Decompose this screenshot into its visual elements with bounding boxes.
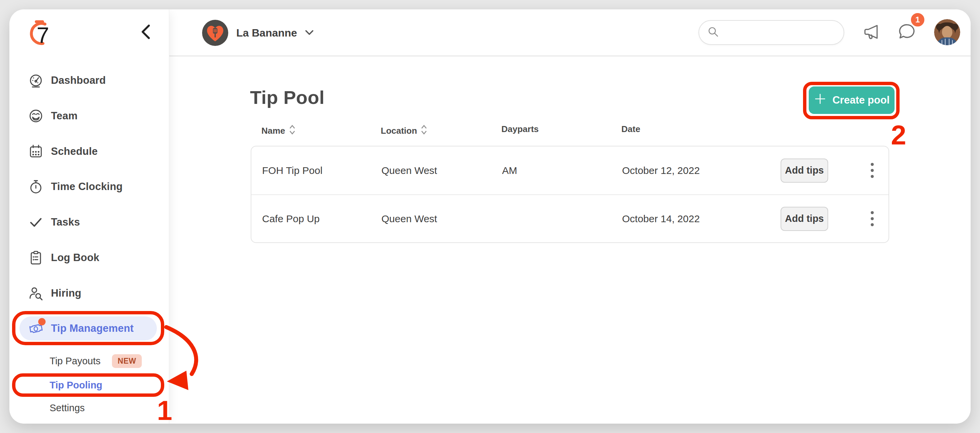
table-row: Cafe Pop Up Queen West October 14, 2022 …: [251, 194, 888, 242]
sidebar-item-tip-management[interactable]: Tip Management: [19, 316, 157, 341]
chevron-down-icon: [305, 30, 314, 37]
checkmark-icon: [28, 215, 44, 230]
sidebar-item-settings[interactable]: Settings: [10, 398, 169, 418]
cell-location: Queen West: [382, 213, 437, 224]
sidebar-subitem-label: Settings: [49, 403, 85, 414]
logo-numeral: 7: [37, 22, 49, 48]
sort-icon: [420, 124, 428, 138]
hiring-person-search-icon: [28, 285, 44, 301]
sidebar-item-team[interactable]: Team: [10, 104, 169, 128]
announcements-button[interactable]: [861, 21, 883, 43]
sidebar-subitem-label: Tip Payouts: [49, 356, 100, 367]
create-pool-label: Create pool: [832, 94, 890, 106]
table-header-row: Name Location Dayparts Date: [251, 124, 889, 141]
sidebar-item-label: Dashboard: [51, 75, 106, 86]
team-smiley-icon: [28, 108, 44, 124]
sidebar-header: 7: [10, 10, 169, 60]
column-label: Location: [381, 126, 417, 136]
clipboard-icon: [28, 250, 44, 266]
search-input[interactable]: [725, 22, 846, 43]
sidebar-subitem-label: Tip Pooling: [49, 380, 102, 391]
main-content: Tip Pool Create pool Name Location Da: [169, 57, 970, 423]
sidebar-item-label: Schedule: [51, 145, 97, 158]
dashboard-icon: [28, 73, 44, 88]
create-pool-button[interactable]: Create pool: [809, 86, 894, 114]
cell-name: Cafe Pop Up: [262, 213, 320, 224]
sidebar-item-time-clocking[interactable]: Time Clocking: [10, 175, 169, 199]
company-switcher[interactable]: La Bananne: [202, 18, 314, 48]
column-label: Dayparts: [501, 124, 539, 134]
money-bill-icon: [28, 321, 44, 336]
sidebar-item-label: Hiring: [51, 287, 81, 299]
row-menu-kebab-button[interactable]: [862, 205, 882, 232]
column-header-date: Date: [621, 124, 640, 134]
company-avatar: [202, 20, 228, 46]
sidebar-item-tip-pooling[interactable]: Tip Pooling: [10, 375, 169, 395]
add-tips-button[interactable]: Add tips: [781, 207, 828, 231]
sidebar-item-label: Log Book: [51, 252, 100, 264]
column-header-dayparts: Dayparts: [501, 124, 539, 134]
user-avatar[interactable]: [934, 19, 960, 45]
new-badge: NEW: [112, 354, 142, 368]
column-header-name[interactable]: Name: [261, 124, 296, 138]
sidebar-collapse-button[interactable]: [137, 24, 154, 41]
sidebar-item-tip-payouts[interactable]: Tip Payouts NEW: [10, 350, 169, 371]
chat-notification-badge: 1: [910, 12, 925, 27]
app-window: 7 Dashboard Team: [10, 10, 970, 423]
sevenshifts-logo: 7: [24, 18, 56, 50]
cell-date: October 14, 2022: [622, 213, 700, 224]
sidebar: 7 Dashboard Team: [10, 10, 169, 423]
plus-icon: [814, 92, 827, 108]
sidebar-item-dashboard[interactable]: Dashboard: [10, 68, 169, 92]
sidebar-item-label: Tasks: [51, 216, 80, 228]
notification-dot: [38, 318, 46, 325]
cell-location: Queen West: [382, 165, 437, 176]
search-box: [698, 20, 844, 45]
row-menu-kebab-button[interactable]: [862, 157, 882, 184]
cell-dayparts: AM: [502, 165, 517, 176]
tip-pool-table: FOH Tip Pool Queen West AM October 12, 2…: [251, 146, 889, 243]
sidebar-item-label: Team: [51, 110, 78, 122]
sort-icon: [289, 124, 296, 138]
cell-date: October 12, 2022: [622, 165, 700, 176]
stopwatch-icon: [28, 179, 44, 194]
add-tips-button[interactable]: Add tips: [781, 159, 828, 183]
sidebar-item-hiring[interactable]: Hiring: [10, 281, 169, 305]
column-label: Date: [621, 124, 640, 134]
sidebar-item-schedule[interactable]: Schedule: [10, 139, 169, 164]
page-title: Tip Pool: [250, 86, 325, 108]
megaphone-icon: [862, 22, 881, 43]
column-label: Name: [261, 126, 285, 136]
company-name: La Bananne: [236, 27, 297, 39]
sidebar-item-label: Tip Management: [51, 322, 134, 334]
column-header-location[interactable]: Location: [381, 124, 428, 138]
sidebar-item-log-book[interactable]: Log Book: [10, 246, 169, 270]
calendar-icon: [28, 144, 44, 159]
sidebar-item-tasks[interactable]: Tasks: [10, 210, 169, 234]
cell-name: FOH Tip Pool: [262, 165, 323, 176]
table-row: FOH Tip Pool Queen West AM October 12, 2…: [251, 146, 888, 194]
search-icon: [706, 25, 720, 40]
chevron-left-icon: [140, 24, 151, 40]
sidebar-item-label: Time Clocking: [51, 181, 123, 193]
topbar: La Bananne 1: [169, 10, 970, 56]
